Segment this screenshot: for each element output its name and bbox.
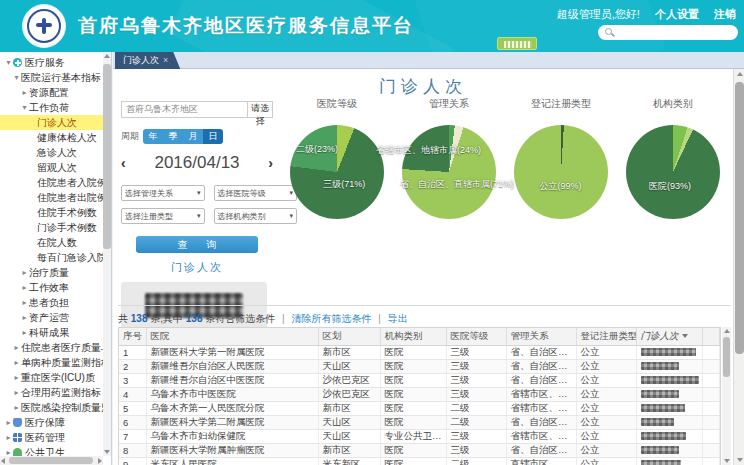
sidebar-item-label: 住院手术例数 <box>37 205 97 220</box>
main-scrollbar-thumb[interactable] <box>735 82 744 354</box>
column-header-区划[interactable]: 区划 <box>318 328 380 345</box>
period-option-月[interactable]: 月 <box>183 129 203 144</box>
collapse-icon[interactable]: ▾ <box>12 70 21 85</box>
table-summary: 共 138 条,其中 138 条符合筛选条件 | 清除所有筛选条件 | 导出 <box>118 310 731 327</box>
main-vertical-scrollbar[interactable] <box>733 69 744 465</box>
expand-icon[interactable]: ▸ <box>12 400 21 415</box>
expand-icon[interactable]: ▸ <box>20 265 29 280</box>
expand-icon[interactable]: ▸ <box>20 295 29 310</box>
table-row[interactable]: 1新疆医科大学第一附属医院新市区医院三级省、自治区、...公立 <box>119 345 720 359</box>
quick-access-button[interactable] <box>497 37 537 50</box>
sidebar-item[interactable]: ▸单病种质量监测指标 <box>0 355 103 370</box>
scroll-down-icon[interactable] <box>104 450 110 454</box>
sidebar-item[interactable]: 住院患者入院例数 <box>0 175 103 190</box>
expand-icon[interactable]: ▸ <box>20 310 29 325</box>
sidebar-horizontal-scrollbar[interactable] <box>0 456 103 465</box>
expand-icon[interactable]: ▸ <box>4 445 13 456</box>
collapse-icon[interactable]: ▾ <box>20 100 29 115</box>
sidebar-item[interactable]: 急诊人次 <box>0 145 103 160</box>
expand-icon[interactable]: ▸ <box>12 340 21 355</box>
expand-icon[interactable]: ▸ <box>12 355 21 370</box>
scroll-up-icon[interactable] <box>724 329 730 333</box>
sidebar-item[interactable]: ▸患者负担 <box>0 295 103 310</box>
collapse-icon[interactable]: ▾ <box>4 55 13 70</box>
sidebar-item[interactable]: 健康体检人次 <box>0 130 103 145</box>
period-option-日[interactable]: 日 <box>203 129 223 144</box>
sidebar-item[interactable]: ▸科研成果 <box>0 325 103 340</box>
table-vertical-scrollbar[interactable] <box>722 327 731 465</box>
column-header-门诊人次[interactable]: 门诊人次 <box>636 328 702 345</box>
sidebar-item[interactable]: ▾医疗服务 <box>0 55 103 70</box>
header-search-input[interactable] <box>598 25 738 40</box>
sidebar-item[interactable]: ▸医疗保障 <box>0 415 103 430</box>
sidebar-item[interactable]: ▸住院患者医疗质量与 <box>0 340 103 355</box>
scroll-down-icon[interactable] <box>724 459 730 463</box>
table-scrollbar-thumb[interactable] <box>723 337 730 377</box>
sidebar-item[interactable]: ▾医院运行基本指标 <box>0 70 103 85</box>
sidebar-item[interactable]: ▾工作负荷 <box>0 100 103 115</box>
expand-icon[interactable]: ▸ <box>4 415 13 430</box>
scroll-up-icon[interactable] <box>104 54 110 58</box>
sidebar-item[interactable]: ▸医院感染控制质量监 <box>0 400 103 415</box>
column-header-登记注册类型[interactable]: 登记注册类型 <box>576 328 636 345</box>
column-header-管理关系[interactable]: 管理关系 <box>506 328 576 345</box>
prev-date-button[interactable]: ‹ <box>121 156 126 170</box>
sidebar-item[interactable]: ▸资产运营 <box>0 310 103 325</box>
table-row[interactable]: 7乌鲁木齐市妇幼保健院天山区专业公共卫生机构三级省辖市区、地...公立 <box>119 429 720 443</box>
sidebar-item[interactable]: ▸资源配置 <box>0 85 103 100</box>
table-row[interactable]: 5乌鲁木齐第一人民医院分院新市区医院二级省辖市区、地...公立 <box>119 401 720 415</box>
sidebar-scrollbar-thumb[interactable] <box>103 64 111 249</box>
period-option-年[interactable]: 年 <box>143 129 163 144</box>
table-row[interactable]: 2新疆维吾尔自治区人民医院天山区医院三级省、自治区、...公立 <box>119 359 720 373</box>
column-header-医院等级[interactable]: 医院等级 <box>446 328 506 345</box>
sidebar-item[interactable]: 门诊手术例数 <box>0 220 103 235</box>
sidebar-item[interactable]: 住院患者出院例数 <box>0 190 103 205</box>
tab-outpatient-visits[interactable]: 门诊人次 × <box>115 52 180 69</box>
expand-icon[interactable]: ▸ <box>20 85 29 100</box>
sidebar-hscrollbar-thumb[interactable] <box>9 457 93 464</box>
table-row[interactable]: 8新疆医科大学附属肿瘤医院新市区医院三级省、自治区、...公立 <box>119 443 720 457</box>
table-row[interactable]: 9米东区人民医院米东新区医院二级直辖市区、省...公立 <box>119 457 720 465</box>
sidebar-item[interactable]: ▸医药管理 <box>0 430 103 445</box>
expand-icon[interactable]: ▸ <box>20 325 29 340</box>
sidebar-item[interactable]: ▸重症医学(ICU)质 <box>0 370 103 385</box>
query-button[interactable]: 查 询 <box>136 236 258 253</box>
column-header-医院[interactable]: 医院 <box>146 328 318 345</box>
sidebar-item[interactable]: 在院人数 <box>0 235 103 250</box>
export-link[interactable]: 导出 <box>388 313 408 324</box>
sidebar-vertical-scrollbar[interactable] <box>103 52 111 456</box>
scroll-left-icon[interactable] <box>1 458 5 464</box>
separator: | <box>282 313 285 324</box>
table-row[interactable]: 4乌鲁木齐市中医医院沙依巴克区医院三级省辖市区、地...公立 <box>119 387 720 401</box>
filter-select[interactable]: 选择管理关系▾ <box>121 185 205 201</box>
period-option-季[interactable]: 季 <box>163 129 183 144</box>
sidebar-item[interactable]: ▸治疗质量 <box>0 265 103 280</box>
table-row[interactable]: 6新疆医科大学第二附属医院天山区医院二级省、自治区、...公立 <box>119 415 720 429</box>
region-pick-button[interactable]: 请选择 <box>248 101 273 118</box>
expand-icon[interactable]: ▸ <box>20 280 29 295</box>
column-header-序号[interactable]: 序号 <box>119 328 146 345</box>
sidebar-item[interactable]: 留观人次 <box>0 160 103 175</box>
scroll-down-icon[interactable] <box>737 458 743 462</box>
sidebar-item[interactable]: ▸工作效率 <box>0 280 103 295</box>
table-row[interactable]: 3新疆维吾尔自治区中医医院沙依巴克区医院三级省、自治区、...公立 <box>119 373 720 387</box>
sidebar-item[interactable]: ▸公共卫生 <box>0 445 103 456</box>
scroll-right-icon[interactable] <box>98 458 102 464</box>
sidebar-item[interactable]: 住院手术例数 <box>0 205 103 220</box>
expand-icon[interactable]: ▸ <box>4 430 13 445</box>
sidebar-item[interactable]: ▸合理用药监测指标 <box>0 385 103 400</box>
scroll-up-icon[interactable] <box>737 72 743 76</box>
column-header-机构类别[interactable]: 机构类别 <box>380 328 446 345</box>
expand-icon[interactable]: ▸ <box>12 370 21 385</box>
personal-settings-link[interactable]: 个人设置 <box>655 8 699 20</box>
logout-link[interactable]: 注销 <box>714 8 736 20</box>
sidebar-item[interactable]: 每百门急诊入院人 <box>0 250 103 265</box>
next-date-button[interactable]: › <box>268 156 273 170</box>
expand-icon[interactable]: ▸ <box>12 385 21 400</box>
cell-visits-censored <box>636 457 702 465</box>
tab-close-icon[interactable]: × <box>163 52 168 69</box>
sidebar-item[interactable]: 门诊人次 <box>0 115 103 130</box>
region-input[interactable] <box>121 101 248 118</box>
filter-select[interactable]: 选择注册类型▾ <box>121 208 205 224</box>
clear-filters-link[interactable]: 清除所有筛选条件 <box>291 313 371 324</box>
